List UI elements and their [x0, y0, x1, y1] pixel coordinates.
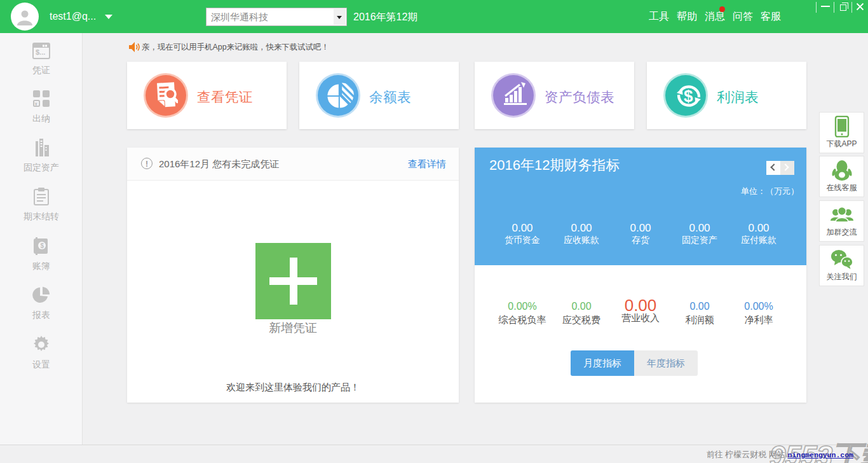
svg-text:¥: ¥: [35, 101, 38, 107]
svg-text:$: $: [41, 242, 44, 249]
svg-text:$...: $...: [36, 48, 45, 56]
svg-text:$: $: [684, 86, 693, 106]
